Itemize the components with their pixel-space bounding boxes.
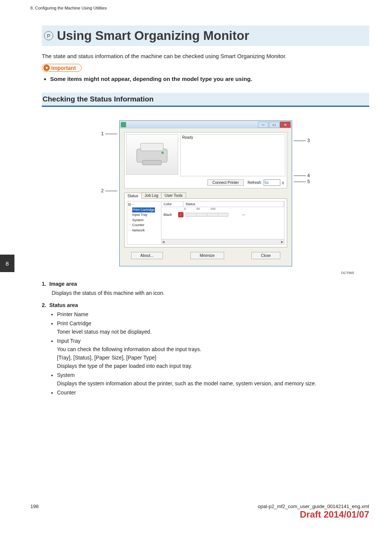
d2-printer-name: Printer Name xyxy=(57,311,369,317)
status-tree[interactable]: ⊟⋯ Print Cartridge Input Tray System Cou… xyxy=(127,201,161,245)
page-number: 198 xyxy=(30,504,39,509)
col-status: Status xyxy=(183,201,284,207)
app-icon xyxy=(121,122,126,127)
status-message-box: Ready xyxy=(180,134,285,176)
callout-3: 3 xyxy=(292,138,310,143)
toner-meter xyxy=(186,213,228,217)
printer-badge-icon: P xyxy=(44,31,53,40)
printer-icon xyxy=(133,141,171,168)
callout-2: 2 xyxy=(101,188,119,193)
def-2-title: 2.Status area xyxy=(42,302,369,308)
connect-printer-button[interactable]: Connect Printer xyxy=(207,179,243,186)
refresh-interval-input[interactable]: 5s xyxy=(264,179,280,186)
important-label: Important xyxy=(51,65,76,71)
star-icon: ★ xyxy=(43,65,50,71)
title-block: P Using Smart Organizing Monitor xyxy=(42,25,369,46)
title-text: Using Smart Organizing Monitor xyxy=(57,29,249,43)
printer-image xyxy=(126,134,178,175)
page-footer: 198 opal-p2_mf2_com_user_guide_00142141_… xyxy=(30,504,369,509)
chapter-tab: 8 xyxy=(0,255,14,272)
tree-counter[interactable]: Counter xyxy=(128,223,160,228)
horizontal-scrollbar[interactable]: ◀▶ xyxy=(161,239,284,244)
d2-print-cartridge: Print Cartridge Toner level status may n… xyxy=(57,320,369,335)
app-window: ─ ▭ ✕ xyxy=(119,120,292,266)
tree-network[interactable]: Network xyxy=(128,228,160,233)
minimize-icon[interactable]: ─ xyxy=(258,122,269,128)
spinner-icon[interactable]: ▲▼ xyxy=(282,181,285,185)
d2-system: System Displays the system information a… xyxy=(57,372,369,386)
figure: 1 2 3 4 5 ─ ▭ ✕ xyxy=(42,115,369,269)
source-file: opal-p2_mf2_com_user_guide_00142141_eng.… xyxy=(258,504,369,509)
scale-row: 050100 xyxy=(161,207,284,211)
toner-warning-icon: ! xyxy=(178,212,183,217)
minimize-button[interactable]: Minimize xyxy=(190,252,224,259)
important-badge: ★ Important xyxy=(42,64,82,72)
close-icon[interactable]: ✕ xyxy=(280,122,291,128)
tree-print-cartridge[interactable]: Print Cartridge xyxy=(132,207,155,213)
toner-color-label: Black xyxy=(164,213,176,217)
about-button[interactable]: About... xyxy=(131,252,163,259)
close-button[interactable]: Close xyxy=(251,252,280,259)
tree-system[interactable]: System xyxy=(128,218,160,223)
tree-root[interactable]: ⊟⋯ xyxy=(128,202,160,207)
running-head: 8. Configuring the Machine Using Utiliti… xyxy=(30,6,369,10)
refresh-label: Refresh: xyxy=(248,181,262,185)
maximize-icon[interactable]: ▭ xyxy=(269,122,280,128)
callout-4: 4 xyxy=(292,173,310,178)
toner-row: Black ! --- xyxy=(161,211,284,219)
draft-stamp: Draft 2014/01/07 xyxy=(300,509,369,520)
d2-counter: Counter xyxy=(57,390,369,396)
svg-rect-1 xyxy=(141,143,163,151)
page-title: P Using Smart Organizing Monitor xyxy=(44,29,366,43)
tree-input-tray[interactable]: Input Tray xyxy=(128,212,160,218)
tab-bar: Status Job Log User Tools xyxy=(124,192,287,198)
tab-user-tools[interactable]: User Tools xyxy=(161,192,186,198)
important-list: Some items might not appear, depending o… xyxy=(50,76,369,82)
window-controls: ─ ▭ ✕ xyxy=(258,122,291,128)
def-1-desc: Displays the status of this machine with… xyxy=(52,290,369,296)
titlebar: ─ ▭ ✕ xyxy=(120,121,292,128)
svg-point-3 xyxy=(161,152,164,154)
svg-rect-2 xyxy=(142,160,161,165)
tab-status[interactable]: Status xyxy=(124,193,142,199)
tab-job-log[interactable]: Job Log xyxy=(141,192,162,198)
col-color: Color xyxy=(161,201,183,207)
detail-pane: Color Status 050100 Black ! --- ◀▶ xyxy=(161,201,285,245)
def-1-title: 1.Image area xyxy=(42,281,369,287)
figure-code: DCT865 xyxy=(42,271,369,275)
d2-input-tray: Input Tray You can check the following i… xyxy=(57,338,369,369)
important-item: Some items might not appear, depending o… xyxy=(50,76,369,82)
section-heading: Checking the Status Information xyxy=(42,93,369,107)
callout-1: 1 xyxy=(101,131,119,136)
intro-text: The state and status information of the … xyxy=(42,53,369,59)
callout-5: 5 xyxy=(292,179,310,184)
toner-value: --- xyxy=(242,213,245,217)
